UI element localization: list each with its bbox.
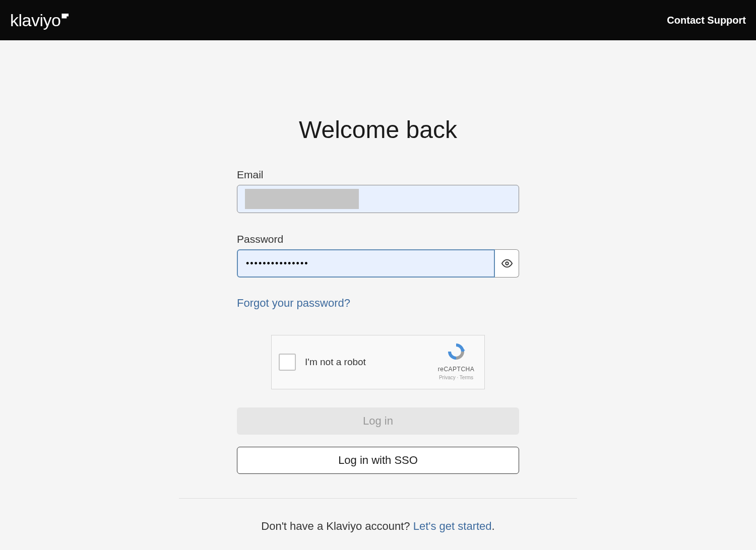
signup-link[interactable]: Let's get started [413, 520, 492, 532]
header: klaviyo Contact Support [0, 0, 756, 40]
email-field-wrapper [237, 185, 519, 213]
divider [179, 498, 577, 499]
password-label: Password [237, 233, 519, 245]
signup-prompt: Don't have a Klaviyo account? Let's get … [261, 520, 494, 533]
forgot-password-link[interactable]: Forgot your password? [237, 297, 350, 310]
svg-marker-1 [462, 348, 465, 351]
page-title: Welcome back [299, 116, 457, 144]
contact-support-link[interactable]: Contact Support [667, 15, 746, 26]
sso-login-button[interactable]: Log in with SSO [237, 447, 519, 474]
signup-prompt-text: Don't have a Klaviyo account? [261, 520, 413, 532]
recaptcha-label: I'm not a robot [305, 357, 366, 368]
main-content: Welcome back Email Password Forgot your … [0, 40, 756, 533]
recaptcha-widget: I'm not a robot reCAPTCHA Privacy · Term… [271, 335, 485, 389]
login-form: Email Password Forgot your password? I'm… [237, 169, 519, 474]
recaptcha-checkbox[interactable] [279, 354, 296, 371]
logo-text: klaviyo [10, 11, 60, 30]
login-button[interactable]: Log in [237, 407, 519, 435]
email-redaction-overlay [245, 189, 359, 209]
recaptcha-privacy-terms[interactable]: Privacy · Terms [435, 375, 477, 380]
toggle-password-visibility-button[interactable] [495, 249, 519, 278]
recaptcha-branding: reCAPTCHA Privacy · Terms [435, 341, 477, 380]
email-label: Email [237, 169, 519, 181]
svg-point-0 [506, 262, 509, 265]
logo-flag-icon [61, 14, 69, 19]
recaptcha-container: I'm not a robot reCAPTCHA Privacy · Term… [237, 335, 519, 389]
password-field-wrapper [237, 249, 519, 278]
password-input[interactable] [237, 249, 495, 278]
klaviyo-logo[interactable]: klaviyo [10, 11, 69, 30]
recaptcha-icon [446, 341, 466, 362]
recaptcha-brand-text: reCAPTCHA [435, 366, 477, 373]
signup-suffix: . [492, 520, 495, 532]
eye-icon [501, 258, 513, 269]
